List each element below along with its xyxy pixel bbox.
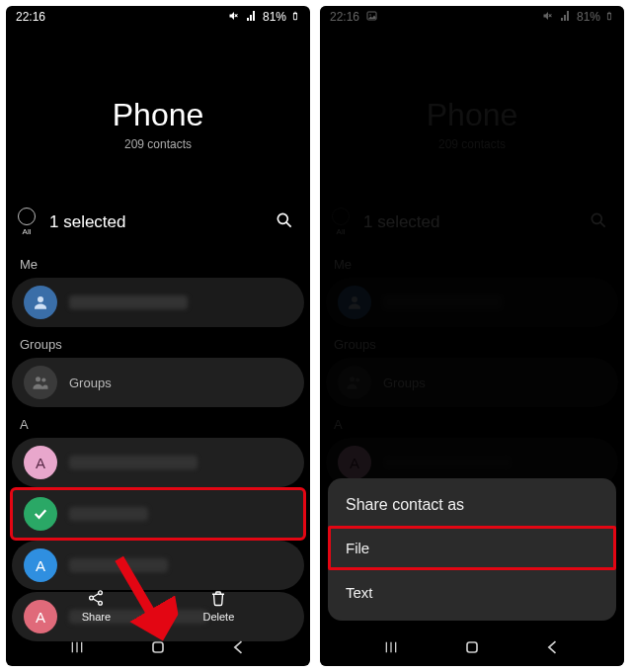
groups-label: Groups <box>69 376 112 390</box>
battery-icon <box>290 9 300 26</box>
select-all-label: All <box>23 227 32 236</box>
section-me: Me <box>6 253 310 276</box>
svg-line-1 <box>286 222 291 227</box>
header: Phone 209 contacts <box>6 28 310 201</box>
back-button[interactable] <box>543 637 563 660</box>
selected-count: 1 selected <box>49 212 257 232</box>
delete-button[interactable]: Delete <box>202 589 234 623</box>
search-button[interactable] <box>271 207 298 237</box>
delete-label: Delete <box>202 611 234 623</box>
redacted-name <box>69 295 188 309</box>
page-title: Phone <box>6 97 310 133</box>
select-all-button[interactable]: All <box>18 208 36 236</box>
svg-rect-25 <box>467 642 477 652</box>
svg-point-0 <box>277 213 287 223</box>
back-button[interactable] <box>229 637 249 660</box>
redacted-name <box>69 456 198 469</box>
select-all-circle-icon <box>18 208 36 225</box>
recents-button[interactable] <box>381 639 401 658</box>
screenshot-left: 22:16 81% Phone 209 contacts All 1 selec… <box>6 6 310 666</box>
selection-bar: All 1 selected <box>6 201 310 247</box>
section-letter-a: A <box>6 413 310 436</box>
page-subtitle: 209 contacts <box>6 137 310 151</box>
redacted-name <box>69 507 148 521</box>
groups-row[interactable]: Groups <box>12 358 304 407</box>
android-navbar <box>320 630 624 666</box>
home-button[interactable] <box>462 637 482 660</box>
me-row[interactable] <box>12 278 304 327</box>
trash-icon <box>209 589 227 609</box>
avatar-icon: A <box>24 446 57 479</box>
clock: 22:16 <box>16 10 45 24</box>
contact-row-selected[interactable] <box>12 489 304 539</box>
avatar-icon: A <box>24 548 57 582</box>
svg-point-3 <box>36 377 40 381</box>
groups-icon <box>24 366 57 399</box>
signal-icon <box>245 10 259 25</box>
home-button[interactable] <box>148 637 168 660</box>
mute-icon <box>227 10 241 25</box>
avatar-me-icon <box>24 286 57 319</box>
svg-point-2 <box>38 296 43 302</box>
svg-point-4 <box>41 378 45 381</box>
share-option-text[interactable]: Text <box>328 570 616 615</box>
battery-percent: 81% <box>263 10 286 24</box>
share-label: Share <box>82 611 111 623</box>
section-groups: Groups <box>6 333 310 356</box>
status-bar: 22:16 81% <box>6 6 310 28</box>
contact-row[interactable]: A <box>12 438 304 487</box>
screenshot-right: 22:16 81% Phone 209 contacts All 1 selec… <box>320 6 624 666</box>
svg-rect-14 <box>153 642 163 652</box>
sheet-title: Share contact as <box>328 492 616 526</box>
recents-button[interactable] <box>67 639 87 658</box>
share-sheet: Share contact as File Text <box>328 478 616 621</box>
share-option-file[interactable]: File <box>328 526 616 570</box>
check-icon <box>24 497 57 531</box>
